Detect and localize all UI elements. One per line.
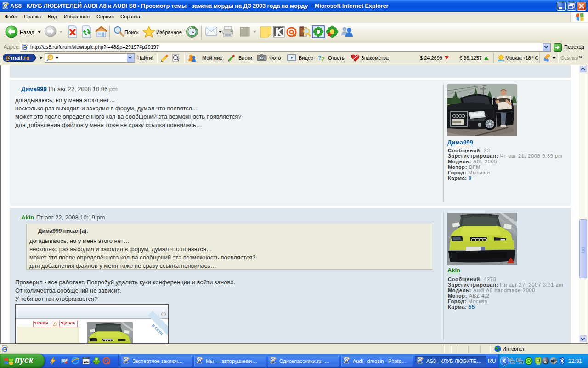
svg-text:?: ?	[321, 56, 325, 62]
svg-text:q p: q p	[94, 362, 98, 364]
svg-text:a: a	[544, 358, 547, 364]
svg-text:!: !	[55, 322, 56, 326]
svg-text:321: 321	[84, 360, 89, 363]
svg-text:qip: qip	[536, 362, 540, 365]
